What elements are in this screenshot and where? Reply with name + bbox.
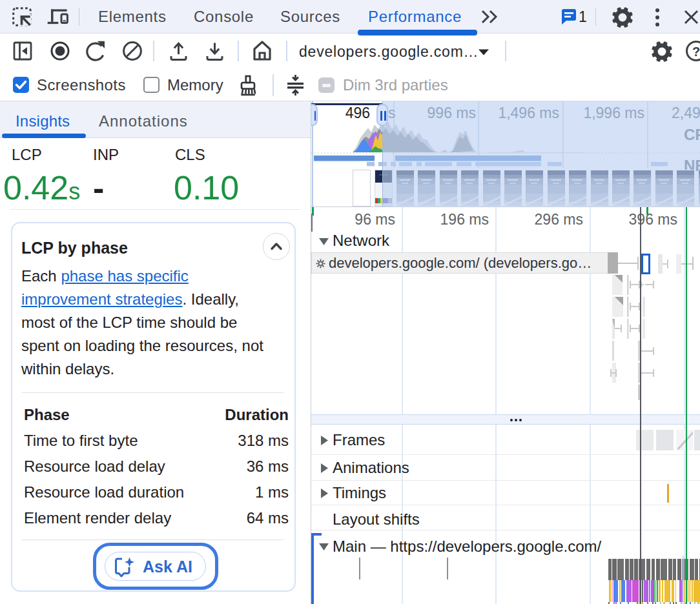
svg-text:?: ? bbox=[692, 45, 700, 59]
